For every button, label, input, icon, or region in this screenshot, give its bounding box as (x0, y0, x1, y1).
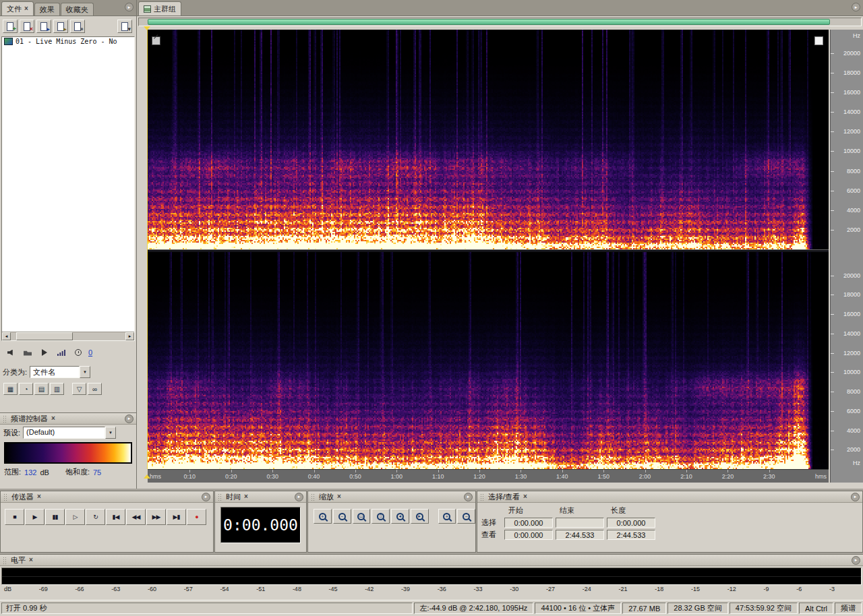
time-tick-label: 1:40 (553, 473, 572, 480)
main-panel-menu-button[interactable]: ▸ (852, 3, 860, 11)
levels-menu-button[interactable]: ▸ (852, 556, 860, 565)
playhead-top-marker[interactable] (144, 26, 150, 30)
import-file-button[interactable]: + (3, 20, 18, 33)
db-tick-label: -39 (401, 586, 410, 592)
selection-field-0[interactable]: 0:00.000 (504, 518, 553, 528)
transport-menu-button[interactable]: ▸ (202, 493, 210, 501)
time-display[interactable]: 0:00.000 (220, 507, 301, 543)
frequency-ruler[interactable]: Hz20000180001600014000120001000080006000… (830, 30, 863, 483)
playhead-bottom-marker[interactable] (144, 474, 150, 479)
open-folder-button[interactable] (21, 346, 34, 359)
cursor-info: 左:-44.9 dB @ 2:42.180, 1095Hz (414, 603, 534, 614)
edit-file-button[interactable]: ▸ (36, 20, 51, 33)
icon-mark: ▸ (47, 26, 50, 32)
preview-play-button[interactable] (38, 346, 51, 359)
tab-main-group[interactable]: 主群组 (138, 1, 181, 16)
insert-into-multitrack-button[interactable]: ▸ (53, 20, 68, 33)
toggle-recent-button[interactable]: ◔ (19, 383, 33, 395)
zoom-out-horizontal-button[interactable]: − (333, 509, 351, 524)
view-field-2[interactable]: 2:44.533 (607, 530, 655, 540)
tab-effects[interactable]: 效果 (34, 3, 60, 16)
zoom-selection-right-button[interactable]: ▸ (411, 509, 429, 524)
insert-into-cd-button[interactable]: ● (70, 20, 85, 33)
show-loops-button[interactable]: ∞ (88, 383, 102, 395)
preset-dropdown[interactable]: (Default) ▼ (23, 427, 116, 439)
spectral-controls-menu-button[interactable]: ▸ (125, 414, 133, 423)
record-button[interactable]: ● (187, 509, 206, 525)
preview-volume-button[interactable] (55, 346, 68, 359)
stop-button[interactable]: ■ (5, 509, 24, 525)
spectrogram-right-channel[interactable] (148, 252, 829, 469)
spectral-colormap-gradient[interactable] (5, 443, 131, 462)
playhead-line[interactable] (147, 30, 148, 469)
preview-timer-button[interactable] (71, 346, 85, 359)
scroll-left-icon[interactable]: ◂ (2, 332, 11, 340)
file-list-hscrollbar[interactable]: ◂ ▸ (2, 332, 134, 340)
zoom-in-horizontal-button[interactable]: + (314, 509, 332, 524)
column-header: 结束 (556, 505, 604, 516)
selection-field-2[interactable]: 0:00.000 (607, 518, 655, 528)
selection-field-1[interactable] (556, 518, 604, 528)
zoom-full-button[interactable]: ▭ (353, 509, 371, 524)
scroll-thumb[interactable] (16, 332, 73, 340)
files-panel-menu-button[interactable]: ▸ (125, 3, 133, 11)
file-list[interactable]: 01 - Live Minus Zero - No ◂ ▸ (1, 36, 135, 341)
zoom-in-vertical-button[interactable]: + (438, 509, 456, 524)
pause-button[interactable]: ▮▮ (45, 509, 65, 525)
frequency-tick-mark (831, 314, 834, 315)
levels-scale: dB-69-66-63-60-57-54-51-48-45-42-39-36-3… (0, 585, 863, 592)
close-file-button[interactable]: × (20, 20, 34, 33)
level-meter[interactable] (1, 567, 862, 585)
spectral-topleft-icon[interactable] (152, 36, 160, 45)
edit-view-icon (144, 5, 151, 13)
dropdown-arrow-icon[interactable]: ▼ (80, 366, 90, 378)
file-list-item[interactable]: 01 - Live Minus Zero - No (2, 37, 134, 46)
zoom-menu-button[interactable]: ▸ (464, 493, 473, 501)
close-tab-icon[interactable]: × (24, 5, 28, 12)
levels-close-icon[interactable]: × (29, 557, 33, 563)
go-to-end-button[interactable]: ▶▮ (167, 509, 186, 525)
timeline-ruler[interactable]: hmshms0:100:200:300:400:501:001:101:201:… (148, 469, 829, 483)
tab-label: 文件 (7, 4, 22, 14)
rewind-button[interactable]: ◀◀ (126, 509, 146, 525)
main-hscrollbar[interactable] (138, 18, 862, 26)
dropdown-arrow-icon[interactable]: ▼ (105, 427, 116, 439)
show-video-files-button[interactable]: ▥ (50, 383, 64, 395)
zoom-close-icon[interactable]: × (337, 493, 341, 500)
range-value[interactable]: 132 (24, 468, 36, 476)
time-menu-button[interactable]: ▸ (295, 493, 303, 501)
scroll-track[interactable] (11, 332, 125, 340)
zoom-selection-left-button[interactable]: ◂ (391, 509, 409, 524)
time-unit-label-right: hms (815, 473, 827, 480)
saturation-value[interactable]: 75 (93, 468, 101, 476)
toggle-list-view-button[interactable]: ▦ (3, 383, 18, 395)
spectrogram-left-channel[interactable] (148, 30, 829, 249)
selection-view-menu-button[interactable]: ▸ (851, 493, 860, 501)
show-audio-files-button[interactable]: ▤ (34, 383, 49, 395)
sort-by-dropdown[interactable]: 文件名 ▼ (30, 366, 90, 378)
play-from-cursor-button[interactable]: ▷ (65, 509, 85, 525)
fast-forward-button[interactable]: ▶▶ (146, 509, 166, 525)
db-tick-label: -36 (438, 586, 446, 592)
transport-close-icon[interactable]: × (37, 493, 41, 500)
view-field-1[interactable]: 2:44.533 (556, 530, 604, 540)
zoom-out-vertical-button[interactable]: − (457, 509, 475, 524)
autoplay-button[interactable] (4, 346, 18, 359)
loop-play-button[interactable]: ↻ (86, 509, 105, 525)
dock-options-button[interactable]: ▾ (117, 20, 132, 33)
tab-favorites[interactable]: 收藏夹 (61, 3, 94, 16)
selection-view-close-icon[interactable]: × (523, 493, 527, 500)
autoplay-count[interactable]: 0 (88, 348, 92, 357)
time-close-icon[interactable]: × (244, 493, 248, 500)
zoom-selection-button[interactable]: ▯ (371, 509, 390, 524)
main-hscroll-thumb[interactable] (148, 19, 830, 25)
view-field-0[interactable]: 0:00.000 (504, 530, 553, 540)
go-to-start-button[interactable]: ▮◀ (106, 509, 125, 525)
magnifier-selection-icon: ▯ (377, 513, 384, 520)
filter-options-button[interactable]: ▽ (72, 383, 86, 395)
spectral-controls-close-icon[interactable]: × (51, 415, 55, 422)
spectral-topright-icon[interactable] (814, 36, 823, 45)
play-button[interactable]: ▶ (25, 509, 44, 525)
tab-files[interactable]: 文件× (1, 1, 34, 16)
scroll-right-icon[interactable]: ▸ (125, 332, 134, 340)
